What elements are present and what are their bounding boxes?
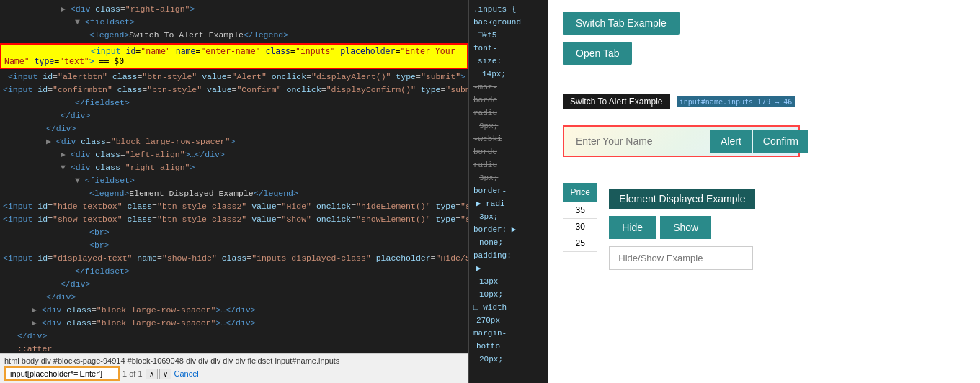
code-line: ▶ <div class="block large-row-spacer">…<… xyxy=(0,317,468,330)
css-value: 3px; xyxy=(473,210,543,223)
css-property: size: xyxy=(473,55,543,68)
css-value: 20px; xyxy=(473,353,543,366)
code-line: ▼ <div class="right-align"> xyxy=(0,161,468,174)
css-property: botto xyxy=(473,340,543,353)
expand-icon[interactable]: ▶ xyxy=(61,3,66,16)
code-line: </fieldset> xyxy=(0,265,468,278)
code-line: ▶ <div class="right-align"> xyxy=(0,3,468,16)
css-panel: .inputs { background □#f5 font- size: 14… xyxy=(468,0,548,383)
css-property: margin- xyxy=(473,327,543,340)
element-buttons: Hide Show xyxy=(609,216,755,239)
css-property: padding: xyxy=(473,249,543,262)
hide-show-input[interactable] xyxy=(609,246,753,270)
confirm-button[interactable]: Confirm xyxy=(753,130,808,153)
code-line: ::after xyxy=(0,343,468,353)
css-property: border- xyxy=(473,184,543,197)
css-value: 14px; xyxy=(473,68,543,81)
code-line: <br> xyxy=(0,226,468,239)
code-line: <input id="alertbtn" class="btn-style" v… xyxy=(0,71,468,84)
css-property-strikethrough: radiu xyxy=(473,158,543,171)
search-prev-button[interactable]: ∧ xyxy=(146,369,158,379)
code-line: </div> xyxy=(0,291,468,304)
highlighted-input-line: <input id="name" name="enter-name" class… xyxy=(0,43,468,69)
code-lines: ▶ <div class="right-align"> ▼ <fieldset>… xyxy=(0,0,468,353)
search-next-button[interactable]: ∨ xyxy=(159,369,172,379)
code-line: ▼ <fieldset> xyxy=(0,174,468,187)
code-line: <input id="displayed-text" name="show-hi… xyxy=(0,252,468,265)
expand-icon[interactable]: ▼ xyxy=(75,16,80,29)
enter-name-input[interactable] xyxy=(567,130,710,153)
switch-alert-section: Switch To Alert Example input#name.input… xyxy=(563,94,800,157)
show-button[interactable]: Show xyxy=(660,216,711,239)
price-table-container: Price 35 30 25 xyxy=(563,183,597,252)
search-count: 1 of 1 xyxy=(122,369,143,378)
css-property-strikethrough: borde xyxy=(473,94,543,107)
css-property: border: ▶ xyxy=(473,223,543,236)
css-property-strikethrough: radiu xyxy=(473,107,543,120)
switch-alert-tooltip: Switch To Alert Example xyxy=(563,94,670,109)
code-line: ▶ <div class="left-align">…</div> xyxy=(0,148,468,161)
search-input[interactable] xyxy=(4,366,120,381)
lower-section: Price 35 30 25 Element Displaye xyxy=(563,183,800,270)
css-property: ▶ radi xyxy=(473,197,543,210)
css-property: font- xyxy=(473,42,543,55)
alert-button[interactable]: Alert xyxy=(710,130,752,153)
bottom-bar: html body div #blocks-page-94914 #block-… xyxy=(0,353,468,383)
code-line: <legend>Switch To Alert Example</legend> xyxy=(0,29,468,42)
table-row: 25 xyxy=(564,235,597,252)
css-property-strikethrough: -webki xyxy=(473,132,543,145)
css-property-strikethrough: -moz- xyxy=(473,81,543,94)
table-row: 30 xyxy=(564,219,597,235)
price-cell: 30 xyxy=(564,219,597,235)
code-editor: ▶ <div class="right-align"> ▼ <fieldset>… xyxy=(0,0,468,383)
css-arrow: ▶ xyxy=(473,262,543,275)
code-line: <input id="confirmbtn" class="btn-style"… xyxy=(0,84,468,96)
element-displayed-label: Element Displayed Example xyxy=(609,189,755,209)
css-property: background xyxy=(473,16,543,29)
expand-icon[interactable]: ▶ xyxy=(61,148,66,161)
table-row: 35 xyxy=(564,202,597,219)
hide-button[interactable]: Hide xyxy=(609,216,656,239)
expand-icon[interactable]: ▼ xyxy=(61,161,66,174)
code-line: </div> xyxy=(0,122,468,135)
expand-icon[interactable]: ▼ xyxy=(75,174,80,187)
css-property-strikethrough: borde xyxy=(473,145,543,158)
code-line: <br> xyxy=(0,239,468,252)
code-line: ▶ <div class="block large-row-spacer">…<… xyxy=(0,304,468,317)
code-line: ▼ <fieldset> xyxy=(0,16,468,29)
code-line: <input id="show-textbox" class="btn-styl… xyxy=(0,213,468,226)
open-tab-button[interactable]: Open Tab xyxy=(563,42,632,65)
code-line: <input id="hide-textbox" class="btn-styl… xyxy=(0,200,468,213)
search-bar: 1 of 1 ∧ ∨ Cancel xyxy=(4,366,464,381)
price-header: Price xyxy=(564,183,597,202)
code-line: </div> xyxy=(0,330,468,343)
expand-icon[interactable]: ▶ xyxy=(32,304,37,317)
code-line: ▶ <div class="block large-row-spacer"> xyxy=(0,135,468,148)
code-panel: ▶ <div class="right-align"> ▼ <fieldset>… xyxy=(0,0,468,383)
css-selector: .inputs { xyxy=(473,3,543,16)
price-cell: 35 xyxy=(564,202,597,219)
alert-form: Alert Confirm xyxy=(563,125,800,157)
switch-tab-section: Switch Tab Example Open Tab xyxy=(563,12,800,65)
expand-icon[interactable]: ▶ xyxy=(46,135,51,148)
code-line: </fieldset> xyxy=(0,96,468,109)
expand-icon[interactable]: ▶ xyxy=(32,317,37,330)
css-value: 13px xyxy=(473,275,543,288)
price-cell: 25 xyxy=(564,235,597,252)
element-displayed-section: Element Displayed Example Hide Show xyxy=(609,189,755,270)
css-property-strikethrough: 3px; xyxy=(473,171,543,184)
css-property: □ width+ xyxy=(473,301,543,314)
css-value: 270px xyxy=(473,314,543,327)
css-property-strikethrough: 3px; xyxy=(473,120,543,132)
css-value: none; xyxy=(473,236,543,249)
code-line: </div> xyxy=(0,109,468,122)
search-cancel-button[interactable]: Cancel xyxy=(174,369,199,378)
css-value: 10px; xyxy=(473,288,543,301)
price-table: Price 35 30 25 xyxy=(563,183,597,252)
code-line: </div> xyxy=(0,278,468,291)
css-property: □#f5 xyxy=(473,29,543,42)
breadcrumb: html body div #blocks-page-94914 #block-… xyxy=(4,356,464,365)
search-navigation: ∧ ∨ xyxy=(146,369,172,379)
preview-panel: Switch Tab Example Open Tab Switch To Al… xyxy=(548,0,814,383)
switch-tab-button[interactable]: Switch Tab Example xyxy=(563,12,680,35)
